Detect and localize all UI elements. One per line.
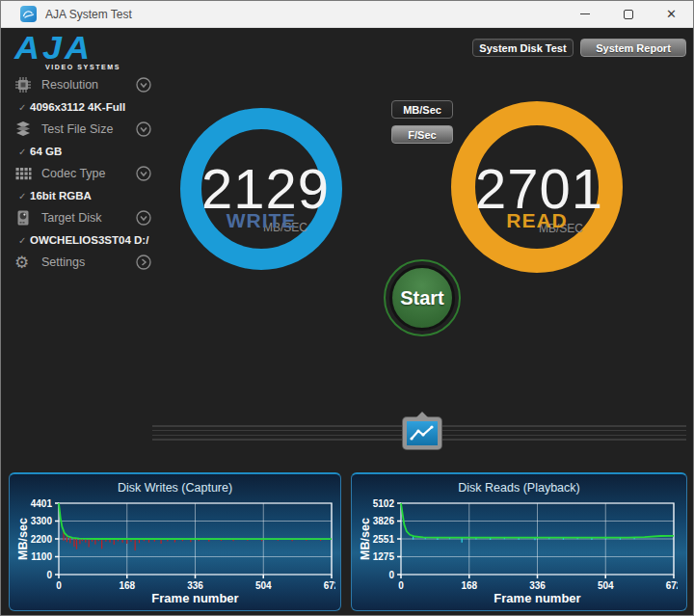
read-gauge: 2701 MB/SEC READ [451,101,623,273]
minimize-icon [580,13,590,14]
svg-text:504: 504 [598,580,614,591]
chevron-down-icon[interactable] [136,77,151,93]
chart-title: Disk Writes (Capture) [10,481,340,495]
resolution-value: ✓ 4096x3112 4K-Full [14,95,151,119]
svg-text:1275: 1275 [373,551,395,562]
target-disk-value: ✓ OWCHELIOS3ST04 D:/ [14,228,151,252]
sidebar-item-target-disk[interactable]: Target Disk [14,207,151,228]
app-window: AJA System Test ✕ AJA VIDEO SYSTEMS Syst… [0,0,694,616]
sidebar-item-codec-type[interactable]: Codec Type [14,163,151,184]
sidebar-item-label: Codec Type [41,167,136,180]
svg-text:0: 0 [398,580,404,591]
svg-text:Frame number: Frame number [494,591,580,605]
svg-text:2551: 2551 [373,534,395,545]
sidebar-item-label: Target Disk [41,211,136,225]
test-file-size-value: ✓ 64 GB [14,140,151,163]
disk-reads-chart: 012752551382651020168336504672MB/secFram… [357,497,678,605]
svg-text:0: 0 [56,580,62,591]
svg-text:1100: 1100 [31,551,52,562]
check-icon: ✓ [18,235,30,246]
disk-writes-chart-panel: Disk Writes (Capture) 011002200330044010… [9,472,341,611]
svg-text:504: 504 [255,580,272,591]
chart-title: Disk Reads (Playback) [352,481,686,495]
aja-logo: AJA VIDEO SYSTEMS [14,31,120,70]
window-title: AJA System Test [45,8,132,21]
aja-logo-text: AJA [14,32,120,64]
svg-text:0: 0 [46,570,52,580]
maximize-icon [624,10,633,19]
chart-toggle-icon [407,421,438,445]
write-gauge-label: WRITE [201,209,321,232]
layers-icon [14,121,34,138]
disk-writes-chart: 011002200330044010168336504672MB/secFram… [14,497,335,605]
mb-sec-button[interactable]: MB/Sec [391,100,453,119]
svg-text:MB/sec: MB/sec [16,518,30,560]
main-content: AJA VIDEO SYSTEMS System Disk Test Syste… [1,28,693,615]
sidebar-item-resolution[interactable]: Resolution [14,74,151,95]
svg-text:5102: 5102 [373,498,395,509]
minimize-button[interactable] [563,1,606,27]
svg-text:168: 168 [461,580,477,591]
sidebar-item-label: Test File Size [41,122,136,136]
close-button[interactable]: ✕ [650,1,693,27]
svg-text:168: 168 [119,580,135,591]
titlebar: AJA System Test ✕ [1,1,693,28]
system-report-button[interactable]: System Report [580,39,686,57]
chevron-down-icon[interactable] [136,166,151,181]
svg-text:0: 0 [388,570,394,580]
check-icon: ✓ [18,102,30,113]
disk-reads-chart-panel: Disk Reads (Playback) 012752551382651020… [351,472,687,611]
sidebar-item-label: Resolution [41,78,136,92]
read-gauge-label: READ [475,209,599,232]
close-icon: ✕ [666,8,677,20]
chevron-right-icon[interactable] [136,254,151,270]
chip-icon [14,76,34,94]
svg-text:MB/sec: MB/sec [359,518,372,560]
sidebar-item-settings[interactable]: ⚙ Settings [14,252,151,273]
f-sec-button[interactable]: F/Sec [391,125,453,144]
svg-text:672: 672 [666,580,678,591]
check-icon: ✓ [18,191,30,201]
start-button-label: Start [400,287,444,309]
chevron-down-icon[interactable] [136,121,151,137]
svg-text:2200: 2200 [31,534,53,545]
start-button[interactable]: Start [384,259,461,336]
sidebar: Resolution ✓ 4096x3112 4K-Full Test File… [14,74,151,273]
svg-text:Frame number: Frame number [151,591,238,605]
svg-text:3826: 3826 [373,516,395,526]
svg-text:3300: 3300 [31,516,53,526]
check-icon: ✓ [18,147,30,157]
chart-toggle-button[interactable] [403,417,441,449]
sidebar-item-label: Settings [41,255,136,269]
system-disk-test-button[interactable]: System Disk Test [472,39,574,57]
chevron-down-icon[interactable] [136,210,151,226]
caret-up-icon [416,412,428,417]
hdd-icon [14,209,34,227]
maximize-button[interactable] [606,1,650,27]
sidebar-item-test-file-size[interactable]: Test File Size [14,119,151,140]
grid-icon [14,165,34,182]
codec-type-value: ✓ 16bit RGBA [14,184,151,207]
app-icon [20,6,37,22]
svg-text:336: 336 [187,580,203,591]
gear-icon: ⚙ [14,254,34,271]
svg-text:672: 672 [324,580,335,591]
write-gauge: 2129 MB/SEC WRITE [180,108,342,270]
svg-text:336: 336 [529,580,546,591]
svg-text:4401: 4401 [31,498,53,509]
